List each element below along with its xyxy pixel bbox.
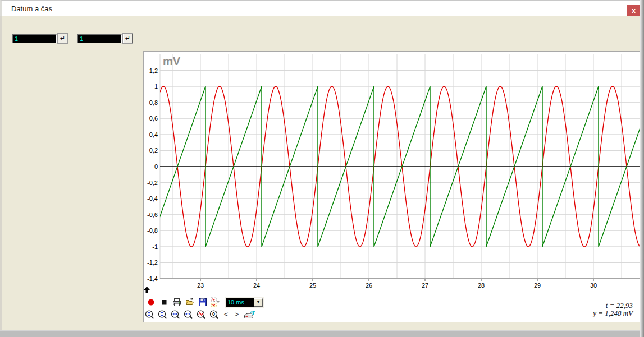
svg-text:1,2: 1,2 (149, 67, 158, 74)
zoom-expand-x-icon (170, 310, 181, 320)
zoom-reset-icon: 0 (209, 310, 220, 320)
zoom-expand-y-button[interactable] (144, 310, 155, 320)
channel2-enter-button[interactable]: ↵ (123, 34, 133, 43)
save-button[interactable] (197, 297, 208, 308)
svg-text:25: 25 (309, 282, 316, 289)
zoom-reset-button[interactable]: 0 (209, 310, 220, 320)
record-icon (148, 299, 154, 306)
channel1-value-input[interactable] (12, 34, 57, 43)
svg-text:-1,4: -1,4 (147, 275, 158, 282)
svg-text:0,2: 0,2 (149, 147, 158, 154)
svg-text:0: 0 (212, 311, 215, 317)
enter-icon: ↵ (125, 35, 130, 41)
zoom-fit-curve-icon (196, 310, 207, 320)
next-button[interactable]: > (232, 310, 241, 320)
svg-text:-0,8: -0,8 (147, 227, 158, 234)
interval-combobox[interactable]: 10 ms ▼ (225, 297, 264, 308)
stop-icon (162, 300, 167, 305)
app-window: Datum a čas x ↵ ↵ 23242526272829301,210,… (0, 0, 644, 337)
zoom-compress-x-icon (183, 310, 194, 320)
zoom-compress-y-button[interactable] (157, 310, 168, 320)
svg-text:-0,6: -0,6 (147, 211, 158, 218)
svg-text:0,8: 0,8 (149, 99, 158, 106)
save-icon (198, 297, 208, 307)
svg-text:26: 26 (366, 282, 372, 289)
svg-text:29: 29 (534, 282, 541, 289)
cursor-time: t = 22,93 (593, 302, 633, 310)
titlebar: Datum a čas (0, 0, 640, 16)
cursor-value: y = 1,248 mV (593, 310, 633, 317)
chevron-down-icon: ▼ (257, 300, 261, 304)
cursor-readout: t = 22,93 y = 1,248 mV (593, 302, 633, 317)
waveform-chart[interactable]: 23242526272829301,210,80,60,40,20-0,2-0,… (144, 52, 642, 295)
channel2-input-group: ↵ (77, 34, 133, 44)
svg-text:-1,2: -1,2 (147, 259, 158, 266)
y-axis-unit-label: mV (163, 55, 181, 67)
svg-text:1: 1 (154, 83, 158, 90)
print-button[interactable] (171, 297, 182, 308)
window-bottom-border (0, 330, 640, 337)
window-body: ↵ ↵ 23242526272829301,210,80,60,40,20-0,… (0, 16, 640, 330)
channel1-enter-button[interactable]: ↵ (58, 34, 67, 43)
svg-text:24: 24 (253, 282, 260, 289)
zoom-compress-x-button[interactable] (183, 310, 194, 320)
zoom-fit-curve-button[interactable] (196, 310, 207, 320)
svg-text:0,4: 0,4 (149, 131, 158, 138)
channel2-value-input[interactable] (77, 34, 122, 43)
cursor-marker-icon (144, 287, 150, 293)
svg-text:28: 28 (478, 282, 485, 289)
zoom-expand-y-icon (144, 310, 155, 320)
interval-dropdown-button[interactable]: ▼ (254, 298, 263, 307)
chart-panel: 23242526272829301,210,80,60,40,20-0,2-0,… (143, 51, 642, 322)
hardcopy-button[interactable] (243, 310, 257, 320)
record-button[interactable] (145, 297, 156, 308)
zoom-compress-y-icon (157, 310, 168, 320)
export-curves-button[interactable] (210, 297, 221, 308)
open-button[interactable] (184, 297, 195, 308)
window-title: Datum a čas (11, 4, 52, 13)
toolbar-row2: 0 < > (144, 308, 257, 321)
print-icon (172, 297, 182, 307)
svg-text:-1: -1 (152, 243, 158, 250)
export-curves-icon (211, 297, 221, 307)
svg-text:30: 30 (590, 282, 597, 289)
svg-text:-0,4: -0,4 (147, 195, 158, 202)
toolbar-row1: 10 ms ▼ (145, 297, 264, 308)
close-button[interactable]: x (627, 5, 640, 17)
svg-text:23: 23 (197, 282, 204, 289)
enter-icon: ↵ (60, 35, 65, 41)
window-right-border (640, 0, 644, 337)
prev-button[interactable]: < (222, 310, 230, 320)
hardcopy-icon (243, 310, 257, 320)
svg-text:27: 27 (422, 282, 428, 289)
svg-text:-0,2: -0,2 (147, 179, 158, 186)
interval-value: 10 ms (226, 298, 254, 307)
zoom-expand-x-button[interactable] (170, 310, 181, 320)
svg-text:0,6: 0,6 (149, 115, 158, 122)
stop-button[interactable] (158, 297, 169, 308)
open-folder-icon (185, 297, 195, 307)
svg-text:0: 0 (154, 163, 158, 170)
channel1-input-group: ↵ (12, 34, 67, 44)
